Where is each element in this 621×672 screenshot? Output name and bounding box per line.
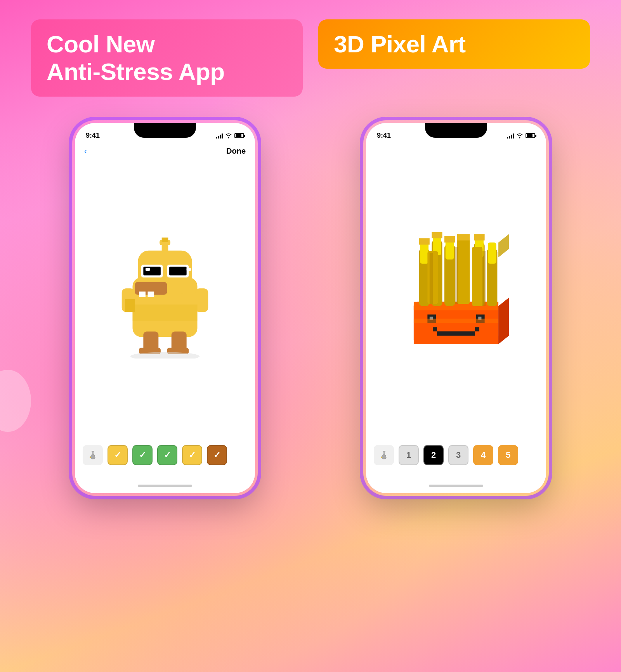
- swatch-5[interactable]: ✓: [207, 445, 227, 465]
- phones-row: 9:41: [0, 112, 621, 672]
- svg-rect-47: [488, 242, 496, 264]
- right-phone: 9:41: [363, 120, 549, 496]
- svg-rect-22: [125, 299, 135, 312]
- battery-icon-right: [526, 133, 535, 138]
- left-phone-toolbar: ✓ ✓ ✓ ✓ ✓: [75, 432, 255, 478]
- status-time-right: 9:41: [377, 132, 391, 140]
- battery-icon: [234, 133, 244, 138]
- signal-icon: [216, 133, 223, 139]
- home-indicator-left: [75, 478, 255, 493]
- fries-svg: [398, 227, 514, 359]
- svg-rect-57: [455, 247, 458, 304]
- svg-rect-10: [187, 268, 191, 271]
- number-tile-3[interactable]: 3: [448, 445, 468, 465]
- bucket-tool-right[interactable]: [374, 445, 394, 465]
- svg-rect-9: [169, 267, 187, 275]
- bucket-tool-left[interactable]: [83, 445, 103, 465]
- left-phone-inner: 9:41: [75, 123, 255, 493]
- right-phone-inner: 9:41: [366, 123, 546, 493]
- wifi-icon: [225, 133, 232, 139]
- right-phone-toolbar: 1 2 3 4 5: [366, 432, 546, 478]
- svg-rect-4: [162, 237, 168, 242]
- svg-rect-43: [420, 242, 428, 264]
- svg-rect-35: [437, 331, 475, 336]
- svg-rect-53: [444, 236, 455, 242]
- signal-icon-right: [507, 133, 514, 139]
- svg-rect-12: [139, 291, 146, 297]
- swatch-2[interactable]: ✓: [132, 445, 153, 465]
- svg-rect-62: [381, 457, 382, 458]
- swatch-4[interactable]: ✓: [182, 445, 202, 465]
- swatch-1[interactable]: ✓: [108, 445, 128, 465]
- svg-rect-55: [474, 234, 484, 240]
- svg-marker-59: [498, 234, 509, 257]
- phone-notch-right: [425, 123, 487, 138]
- svg-rect-61: [383, 451, 385, 452]
- svg-rect-27: [414, 306, 498, 344]
- svg-rect-58: [482, 251, 486, 306]
- swatch-3[interactable]: ✓: [157, 445, 177, 465]
- svg-rect-51: [419, 238, 430, 244]
- right-phone-topbar-spacer: [366, 143, 546, 155]
- svg-rect-7: [146, 268, 150, 271]
- status-icons-right: [507, 133, 535, 139]
- svg-marker-36: [498, 298, 509, 344]
- status-icons-left: [216, 133, 244, 139]
- done-button[interactable]: Done: [226, 147, 246, 156]
- svg-rect-52: [432, 232, 442, 238]
- right-phone-container: 9:41: [322, 120, 590, 672]
- fries-image: [398, 227, 514, 359]
- left-phone: 9:41: [72, 120, 258, 496]
- svg-rect-13: [147, 291, 154, 297]
- fries-content-area: [366, 155, 546, 432]
- right-banner-text: 3D Pixel Art: [334, 30, 574, 58]
- duck-image: [111, 234, 219, 359]
- svg-rect-25: [90, 457, 91, 458]
- main-content: Cool New Anti-Stress App 3D Pixel Art 9:…: [0, 0, 621, 672]
- phone-notch: [134, 123, 196, 138]
- number-tile-1[interactable]: 1: [399, 445, 419, 465]
- bucket-icon-right: [378, 450, 389, 461]
- svg-rect-37: [414, 319, 498, 323]
- banners-row: Cool New Anti-Stress App 3D Pixel Art: [0, 0, 621, 112]
- number-tile-2[interactable]: 2: [423, 445, 444, 465]
- svg-rect-54: [457, 234, 470, 240]
- home-indicator-right: [366, 478, 546, 493]
- wifi-icon-right: [516, 133, 523, 139]
- left-banner-text: Cool New Anti-Stress App: [47, 30, 287, 86]
- number-tile-5[interactable]: 5: [498, 445, 518, 465]
- duck-svg: [111, 234, 219, 359]
- number-tile-4[interactable]: 4: [473, 445, 493, 465]
- svg-rect-33: [433, 327, 437, 331]
- bucket-icon-left: [87, 450, 98, 461]
- svg-rect-24: [92, 451, 94, 452]
- svg-rect-56: [430, 253, 433, 304]
- phone-topbar-left: ‹ Done: [75, 143, 255, 161]
- status-time-left: 9:41: [86, 132, 100, 140]
- svg-rect-49: [457, 238, 470, 304]
- left-phone-container: 9:41: [31, 120, 299, 672]
- back-button[interactable]: ‹: [84, 146, 87, 156]
- left-banner: Cool New Anti-Stress App: [31, 19, 303, 97]
- svg-rect-50: [472, 247, 482, 306]
- right-banner: 3D Pixel Art: [318, 19, 590, 69]
- svg-rect-21: [133, 304, 198, 320]
- svg-rect-34: [475, 327, 479, 331]
- duck-content-area: [75, 161, 255, 432]
